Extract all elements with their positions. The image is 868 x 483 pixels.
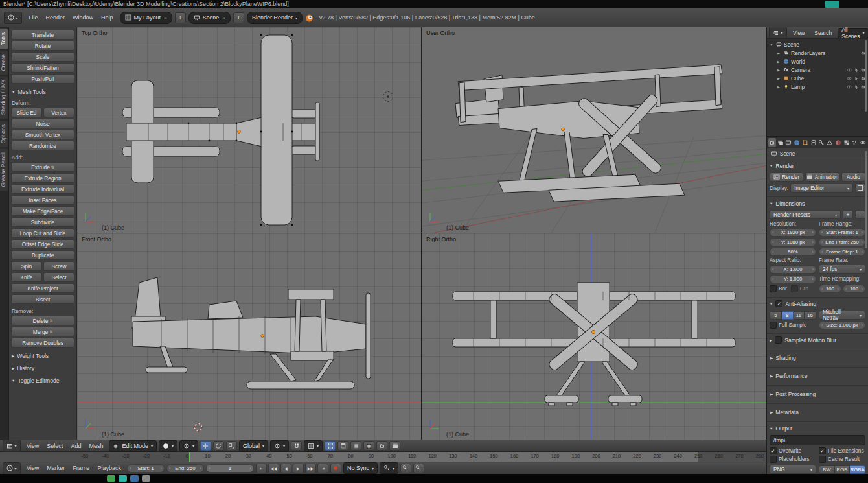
properties-tab-physics[interactable]: [859, 138, 867, 147]
end-frame-field[interactable]: End Fram: 250: [819, 238, 865, 246]
delete-keyframe-button[interactable]: [413, 464, 424, 473]
editor-type-selector[interactable]: ▾: [3, 440, 21, 452]
properties-tab-scene[interactable]: [785, 138, 793, 147]
aa-sample-5[interactable]: 5: [770, 311, 782, 320]
remove-preset-button[interactable]: −: [855, 210, 865, 219]
pivot-center-dropdown[interactable]: ▾: [179, 440, 198, 452]
start-frame-field[interactable]: Start: 1: [127, 464, 165, 473]
tool-extrude-region[interactable]: Extrude Region: [11, 173, 74, 183]
tool-make-edge-face[interactable]: Make Edge/Face: [11, 206, 74, 216]
tool-smooth-vertex[interactable]: Smooth Vertex: [11, 130, 74, 139]
start-frame-field[interactable]: Start Frame: 1: [819, 228, 865, 237]
properties-tab-texture[interactable]: [843, 138, 851, 147]
occlude-geometry-toggle[interactable]: [363, 441, 374, 451]
shelf-tab-options[interactable]: Options: [0, 121, 8, 147]
tool-randomize[interactable]: Randomize: [11, 141, 74, 150]
expander-icon[interactable]: ▶: [776, 85, 781, 89]
aa-sample-8[interactable]: 8: [782, 311, 794, 320]
layout-selector[interactable]: My Layout×: [120, 12, 172, 24]
panel-history[interactable]: ▶History: [12, 365, 74, 371]
view3d-menu-add[interactable]: Add: [67, 443, 85, 449]
animation-button[interactable]: Animation: [805, 172, 839, 182]
new-layout-button[interactable]: +: [175, 12, 186, 23]
expander-icon[interactable]: ▼: [769, 43, 774, 47]
tool-knife-project[interactable]: Knife Project: [11, 283, 74, 293]
timeline-menu-playback[interactable]: Playback: [93, 465, 125, 471]
taskbar-icon[interactable]: [130, 475, 139, 482]
tool-translate[interactable]: Translate: [11, 30, 74, 40]
channel-rgb[interactable]: RGB: [835, 465, 851, 474]
cursor-icon[interactable]: [854, 84, 859, 89]
eye-icon[interactable]: [847, 84, 852, 89]
taskbar-icon[interactable]: [119, 475, 127, 482]
tool-noise[interactable]: Noise: [11, 119, 74, 128]
auto-keyframe-record-button[interactable]: [330, 464, 341, 473]
timeline-ruler[interactable]: -50-40-30-20-100102030405060708090100110…: [0, 452, 766, 462]
expander-icon[interactable]: ▶: [776, 68, 781, 72]
windows-taskbar[interactable]: [0, 474, 868, 483]
end-frame-field[interactable]: End: 250: [166, 464, 204, 473]
view3d-menu-view[interactable]: View: [23, 443, 43, 449]
next-keyframe-button[interactable]: ▶▶: [305, 464, 316, 473]
viewport-front[interactable]: Front Ortho (1) Cube: [77, 233, 421, 440]
timeline-menu-view[interactable]: View: [23, 465, 43, 471]
frame-step-field[interactable]: Frame Step: 1: [819, 248, 865, 256]
viewport-top[interactable]: Top Ortho (1) Cube: [77, 27, 421, 233]
select-mode-vertex-button[interactable]: [325, 441, 336, 451]
expander-icon[interactable]: ▶: [776, 60, 781, 64]
resolution-x-field[interactable]: X: 1920 px: [770, 228, 816, 237]
tool-loop-cut-and-slide[interactable]: Loop Cut and Slide: [11, 228, 74, 238]
tool-spin[interactable]: Spin: [11, 261, 42, 271]
mode-dropdown[interactable]: Edit Mode▾: [109, 440, 157, 452]
editor-type-selector[interactable]: ▾: [769, 27, 787, 39]
resolution-percent-field[interactable]: 50%: [770, 248, 816, 256]
close-icon[interactable]: ×: [164, 15, 167, 21]
orientation-dropdown[interactable]: Global▾: [239, 440, 268, 452]
cache-result-checkbox[interactable]: Cache Result: [819, 456, 865, 463]
scrollbar[interactable]: [865, 40, 867, 112]
jump-to-start-button[interactable]: ⇤: [256, 464, 267, 473]
tool-screw[interactable]: Screw: [43, 261, 74, 271]
file-format-dropdown[interactable]: PNG▾: [770, 465, 816, 474]
scrollbar[interactable]: [865, 151, 867, 248]
tool-scale[interactable]: Scale: [11, 52, 74, 62]
tool-duplicate[interactable]: Duplicate: [11, 250, 74, 260]
properties-tab-particles[interactable]: [851, 138, 859, 147]
channel-bw[interactable]: BW: [819, 465, 835, 474]
outliner-menu-search[interactable]: Search: [810, 30, 836, 36]
aa-sample-16[interactable]: 16: [805, 311, 816, 320]
menu-window[interactable]: Window: [69, 14, 97, 21]
tool-extrude-individual[interactable]: Extrude Individual: [11, 184, 74, 194]
new-window-button[interactable]: [855, 183, 865, 193]
remap-new-field[interactable]: 100: [843, 285, 865, 293]
aa-size-field[interactable]: Size: 1.000 px: [819, 321, 865, 329]
outliner-item-cube[interactable]: ▶Cube: [767, 74, 868, 82]
properties-tab-render[interactable]: [768, 138, 776, 147]
resolution-y-field[interactable]: Y: 1080 px: [770, 238, 816, 246]
play-reverse-button[interactable]: ◀: [280, 464, 291, 473]
tool-extrude[interactable]: Extrude⇅: [11, 162, 74, 172]
insert-keyframe-button[interactable]: [400, 464, 411, 473]
audio-button[interactable]: Audio: [841, 172, 865, 182]
titlebar[interactable]: Blender* [C:\Users\Zhymli\Desktop\Udemy\…: [0, 0, 868, 8]
tool-rotate[interactable]: Rotate: [11, 41, 74, 51]
view3d-menu-mesh[interactable]: Mesh: [85, 443, 107, 449]
proportional-editing-dropdown[interactable]: ▾: [270, 440, 289, 452]
expander-icon[interactable]: ▶: [776, 77, 781, 80]
play-button[interactable]: ▶: [293, 464, 304, 473]
jump-to-end-button[interactable]: ⇥: [317, 464, 328, 473]
menu-render[interactable]: Render: [42, 14, 69, 21]
menu-file[interactable]: File: [25, 14, 42, 21]
cursor-icon[interactable]: [854, 67, 859, 73]
new-scene-button[interactable]: +: [233, 12, 244, 23]
aspect-y-field[interactable]: Y: 1.000: [770, 275, 816, 283]
section-header-post-processing[interactable]: ▶Post Processing: [770, 391, 865, 397]
outliner-item-world[interactable]: ▶World: [767, 57, 868, 65]
scene-selector[interactable]: Scene×: [188, 12, 231, 24]
tool-subdivide[interactable]: Subdivide: [11, 217, 74, 227]
outliner-scope-dropdown[interactable]: All Scenes▾: [838, 28, 868, 38]
tool-inset-faces[interactable]: Inset Faces: [11, 195, 74, 205]
render-panel-header[interactable]: ▼Render: [770, 161, 865, 171]
section-header-performance[interactable]: ▶Performance: [770, 373, 865, 379]
taskbar-icon[interactable]: [107, 475, 115, 482]
